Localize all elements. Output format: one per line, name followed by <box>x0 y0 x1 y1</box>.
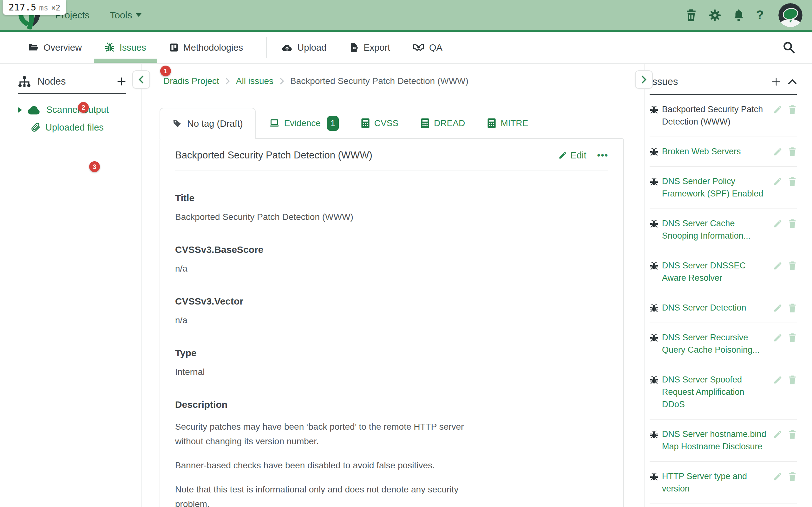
issue-link[interactable]: DNS Server hostname.bind Map Hostname Di… <box>662 428 769 453</box>
nav-upload-label: Upload <box>297 43 326 53</box>
more-actions-button[interactable]: ••• <box>597 150 608 160</box>
delete-issue-icon[interactable] <box>788 375 797 385</box>
caret-right-icon <box>18 107 22 113</box>
profiler-badge[interactable]: 217.5 ms ×2 <box>3 0 66 15</box>
issue-link[interactable]: DNS Server Cache Snooping Information... <box>662 217 769 242</box>
edit-issue-icon[interactable] <box>773 177 782 186</box>
delete-issue-icon[interactable] <box>788 333 797 343</box>
tour-step-badge-1: 1 <box>160 66 171 76</box>
tab-evidence-label: Evidence <box>284 118 321 128</box>
nav-qa[interactable]: QA <box>410 32 445 63</box>
chevron-right-icon <box>225 78 230 84</box>
tab-evidence[interactable]: Evidence 1 <box>269 116 339 131</box>
board-icon <box>169 43 179 52</box>
nav-overview[interactable]: Overview <box>26 32 84 63</box>
nav-export[interactable]: Export <box>347 32 393 63</box>
edit-issue-icon[interactable] <box>773 472 782 481</box>
nav-methodologies-label: Methodologies <box>183 43 243 53</box>
edit-issue-icon[interactable] <box>773 261 782 271</box>
search-icon[interactable] <box>782 41 796 55</box>
avatar[interactable] <box>778 3 803 27</box>
bug-icon <box>105 43 115 53</box>
issue-list-item: DNS Server Spoofed Request Amplification… <box>650 365 797 419</box>
field-cvss-vector: CVSSv3.Vector n/a <box>175 296 608 326</box>
delete-issue-icon[interactable] <box>788 105 797 114</box>
edit-button[interactable]: Edit <box>558 150 587 161</box>
edit-issue-icon[interactable] <box>773 430 782 439</box>
delete-issue-icon[interactable] <box>788 430 797 439</box>
bug-icon <box>650 472 658 481</box>
collapse-issues-panel-button[interactable] <box>788 79 797 84</box>
tour-step-badge-2: 2 <box>78 102 89 113</box>
nav-methodologies[interactable]: Methodologies <box>166 32 246 63</box>
nav-issues[interactable]: Issues <box>102 32 149 63</box>
issue-link[interactable]: DNS Server Recursive Query Cache Poisoni… <box>662 331 769 356</box>
collapse-right-sidebar-button[interactable] <box>635 70 653 89</box>
add-node-button[interactable] <box>117 77 126 86</box>
folder-open-icon <box>29 43 39 52</box>
issues-panel-title: Issues <box>650 76 678 88</box>
issue-list-item: Host Fully Qualified Domain Name (FQDN) <box>650 504 797 507</box>
edit-issue-icon[interactable] <box>773 219 782 228</box>
calculator-icon <box>487 118 496 129</box>
issue-list-item: DNS Server DNSSEC Aware Resolver <box>650 251 797 293</box>
nodes-panel-title: Nodes <box>38 76 66 87</box>
nodes-panel-rule <box>18 93 126 94</box>
issue-link[interactable]: Broken Web Servers <box>662 146 769 158</box>
tab-cvss[interactable]: CVSS <box>361 118 398 129</box>
nodes-sidebar: Nodes Scanner output Uploaded files <box>0 64 142 507</box>
file-export-icon <box>349 43 359 53</box>
issue-tabs: No tag (Draft) Evidence 1 CVSS <box>159 108 528 139</box>
field-label: Description <box>175 399 608 410</box>
help-icon[interactable]: ? <box>756 8 764 22</box>
gear-icon[interactable] <box>709 9 721 21</box>
nav-export-label: Export <box>363 43 390 53</box>
delete-issue-icon[interactable] <box>788 261 797 271</box>
tab-dread[interactable]: DREAD <box>420 118 465 129</box>
bug-icon <box>650 334 658 343</box>
tab-mitre-label: MITRE <box>501 118 528 128</box>
field-label: CVSSv3.Vector <box>175 296 608 307</box>
collapse-left-sidebar-button[interactable] <box>132 70 150 89</box>
issue-link[interactable]: DNS Server Detection <box>662 302 769 314</box>
delete-issue-icon[interactable] <box>788 147 797 157</box>
tab-mitre[interactable]: MITRE <box>487 118 528 129</box>
description-paragraph: Note that this test is informational onl… <box>175 482 492 507</box>
edit-issue-icon[interactable] <box>773 333 782 343</box>
field-type: Type Internal <box>175 348 608 377</box>
profiler-time: 217.5 <box>9 0 36 14</box>
main-content: Dradis Project All issues Backported Sec… <box>143 64 644 507</box>
nav-upload[interactable]: Upload <box>279 32 329 63</box>
issue-list-item: Backported Security Patch Detection (WWW… <box>650 95 797 137</box>
edit-issue-icon[interactable] <box>773 147 782 157</box>
breadcrumb-all-issues-link[interactable]: All issues <box>236 76 273 86</box>
add-issue-button[interactable] <box>771 77 781 87</box>
delete-issue-icon[interactable] <box>788 177 797 186</box>
sitemap-icon <box>18 75 31 88</box>
delete-issue-icon[interactable] <box>788 303 797 313</box>
breadcrumb-project-link[interactable]: Dradis Project <box>163 76 219 86</box>
node-uploaded-files[interactable]: Uploaded files <box>0 118 142 136</box>
issue-list-item: DNS Server Cache Snooping Information... <box>650 209 797 251</box>
issue-link[interactable]: DNS Sender Policy Framework (SPF) Enable… <box>662 175 769 200</box>
cloud-icon <box>27 105 42 115</box>
breadcrumb: Dradis Project All issues Backported Sec… <box>163 76 468 86</box>
issue-link[interactable]: DNS Server Spoofed Request Amplification… <box>662 374 769 411</box>
delete-issue-icon[interactable] <box>788 472 797 481</box>
edit-issue-icon[interactable] <box>773 303 782 313</box>
nav-qa-label: QA <box>429 43 443 53</box>
edit-issue-icon[interactable] <box>773 105 782 114</box>
node-scanner-output-label: Scanner output <box>46 105 109 115</box>
field-value: n/a <box>175 315 608 326</box>
trash-icon[interactable] <box>685 9 697 21</box>
issue-link[interactable]: Backported Security Patch Detection (WWW… <box>662 103 769 128</box>
tools-menu[interactable]: Tools <box>110 10 142 20</box>
node-scanner-output[interactable]: Scanner output <box>0 101 142 118</box>
bell-icon[interactable] <box>733 9 745 22</box>
edit-issue-icon[interactable] <box>773 375 782 385</box>
delete-issue-icon[interactable] <box>788 219 797 228</box>
issue-link[interactable]: HTTP Server type and version <box>662 470 769 495</box>
topbar: Projects Tools <box>0 0 812 32</box>
tab-no-tag[interactable]: No tag (Draft) <box>159 108 256 139</box>
issue-link[interactable]: DNS Server DNSSEC Aware Resolver <box>662 260 769 284</box>
